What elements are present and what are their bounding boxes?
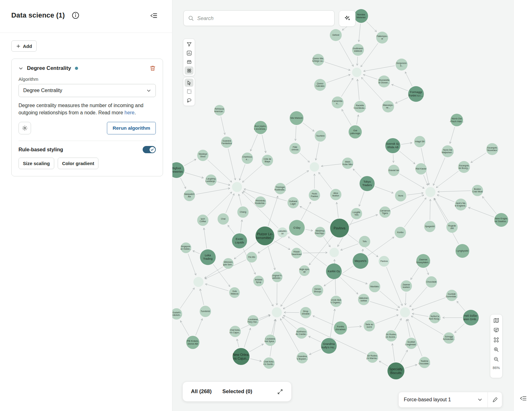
marquee-select-icon[interactable] (185, 87, 193, 96)
graph-node[interactable]: Maxilaku (369, 281, 380, 292)
card-header[interactable]: Degree Centrality (18, 65, 156, 71)
rerun-algorithm-button[interactable]: Rerun algorithm (107, 122, 156, 134)
fit-view-icon[interactable] (492, 336, 500, 344)
graph-node[interactable]: ThüringerRostbratw... (275, 183, 286, 194)
graph-node[interactable]: Ma Maison (290, 111, 303, 125)
category-node[interactable] (329, 248, 339, 257)
graph-node[interactable]: RhönbräuKlosterbie... (255, 196, 266, 208)
graph-node[interactable]: ZaanseSnoepfabri... (416, 254, 430, 268)
graph-node[interactable]: Lakkalikö-öri (277, 227, 287, 237)
graph-node[interactable]: Gravad lax (388, 165, 399, 176)
read-more-link[interactable]: here (124, 110, 134, 115)
graph-node[interactable]: Siropd'érable (300, 307, 311, 318)
category-node[interactable] (232, 182, 242, 192)
graph-node[interactable]: Sir Rodne-y's Scone... (386, 330, 397, 341)
graph-node[interactable]: Jack's Ne-w England... (455, 199, 467, 211)
graph-node[interactable]: Chef Anto-n's Cajun... (229, 326, 241, 337)
graph-node[interactable]: Filo Mix (246, 252, 257, 263)
graph-node[interactable]: Aux joyeu-x ecclésia... (254, 121, 267, 134)
category-node[interactable] (193, 277, 203, 287)
graph-node[interactable]: Röd Kaviar (415, 163, 427, 174)
graph-node[interactable]: Gudbrand-sdalsost (352, 44, 364, 56)
graph-node[interactable]: Côte deBlaye (262, 155, 273, 166)
archive-icon[interactable] (185, 58, 193, 66)
graph-node[interactable]: Nord-OstMatjesheri... (442, 145, 454, 157)
chart-icon[interactable] (185, 49, 193, 57)
graph-node[interactable]: Geitost (330, 29, 342, 41)
graph-node[interactable]: Nord-Ost-Fisch Han... (450, 114, 463, 126)
algorithm-select[interactable]: Degree Centrality (18, 84, 156, 97)
graph-node[interactable]: Heli Süßw-aren Gmb... (463, 310, 479, 325)
graph-node[interactable]: Pavlova (330, 219, 349, 237)
graph-node[interactable]: FormaggiFortini s.r.... (408, 86, 424, 102)
graph-node[interactable]: New Orlea-ns Cajun... (233, 348, 250, 365)
graph-node[interactable]: LouisianaHot Spice... (265, 335, 276, 346)
add-button[interactable]: Add (11, 40, 37, 52)
category-node[interactable] (400, 307, 410, 317)
expand-right-panel-icon[interactable] (520, 395, 527, 402)
graph-node[interactable]: Spegesild (424, 221, 435, 232)
graph-node[interactable]: SchoggiSchokolad... (443, 332, 455, 344)
graph-node[interactable]: TokyoTraders (360, 176, 375, 191)
graph-node[interactable]: PB Knäck-ebröd AB (186, 336, 199, 349)
size-scaling-button[interactable]: Size scaling (18, 158, 54, 169)
filter-icon[interactable] (185, 40, 193, 48)
cursor-icon[interactable] (185, 79, 193, 87)
graph-node[interactable]: SpecialtyBiscuits (387, 362, 404, 379)
graph-node[interactable]: BostonCrab Meat (472, 185, 483, 196)
graph-node[interactable]: Konbu (395, 227, 406, 238)
graph-node[interactable]: Valkoinensuklaa (358, 294, 369, 305)
graph-node[interactable]: SasquatchAle (184, 190, 195, 201)
graph-node[interactable]: Mascarpo-ne... (382, 101, 394, 112)
graph-node[interactable]: Singapore-an Hokkie... (181, 242, 191, 253)
category-node[interactable] (272, 307, 282, 317)
graph-node[interactable]: Tunnbröd (200, 306, 211, 317)
graph-node[interactable]: Inlagd Sill (414, 136, 425, 147)
graph-node[interactable]: IpohCoffee (197, 215, 208, 226)
layout-dropdown[interactable]: Force-based layout 1 (399, 392, 487, 407)
graph-node[interactable]: Chartreus-e... (242, 153, 253, 164)
ai-assistant-button[interactable] (339, 10, 356, 27)
zoom-in-icon[interactable] (492, 346, 500, 353)
graph-node[interactable]: Chang (237, 206, 249, 218)
graph-node[interactable]: SteeleyeStout (197, 150, 208, 161)
graph-node[interactable]: MishiKobe Niku (342, 158, 353, 169)
graph-node[interactable]: Mayumi's (353, 253, 368, 269)
graph-node[interactable]: Chocolade (426, 276, 437, 288)
graph-node[interactable]: Forêtsd'érables (334, 321, 347, 335)
chevron-down-icon[interactable] (18, 66, 23, 71)
tab-selected[interactable]: Selected (0) (222, 388, 252, 395)
graph-node[interactable]: ManjimupDried App... (315, 227, 325, 237)
graph-node[interactable]: LekaTrading (200, 249, 216, 265)
graph-node[interactable]: Camembe-rt... (332, 96, 344, 108)
graph-node[interactable]: Gustaf'sknäckeb... (172, 308, 182, 320)
graph-node[interactable]: RössleSauerkraut (291, 248, 302, 258)
graph-icon[interactable] (185, 66, 193, 75)
graph-node[interactable]: Pâtéchinois (289, 143, 301, 154)
graph-node[interactable]: Pavlova (379, 256, 389, 267)
graph-node[interactable]: QuesoCabrales (314, 79, 326, 91)
collapse-sidebar-icon[interactable] (150, 12, 158, 19)
graph-node[interactable]: TeatimeChocolate... (419, 357, 430, 368)
graph-node[interactable]: PerthPasties (309, 190, 320, 201)
graph-node[interactable]: RefrescosAmerican... (214, 105, 225, 116)
graph-node[interactable]: GuaranáFantástica (221, 137, 232, 148)
graph-canvas[interactable]: NorskeMeierierGeitostFløtemyso-stGudbran… (172, 0, 514, 411)
info-icon[interactable] (71, 11, 80, 19)
graph-node[interactable]: Vegie-spre-ad (299, 265, 310, 276)
graph-node[interactable]: Ikura (395, 190, 406, 201)
graph-node[interactable]: Mozzarelladi Giovan... (378, 75, 390, 87)
graph-node[interactable]: Queso Ma-nchego La... (312, 54, 324, 66)
graph-node[interactable]: Wimmersgute Sem... (223, 258, 234, 269)
category-node[interactable] (425, 187, 435, 197)
graph-node[interactable]: ExoticLiquids (232, 233, 247, 248)
graph-node[interactable]: NorskeMeierier (354, 9, 368, 23)
graph-node[interactable]: Svensk Sj-öföda AB (385, 138, 400, 153)
graph-node[interactable]: Gaipâturage (349, 125, 362, 138)
graph-node[interactable]: AniseedSyrup (253, 276, 264, 286)
graph-node[interactable]: GumbärGummibär... (446, 290, 457, 301)
graph-node[interactable]: BigfootBreweries (172, 162, 184, 178)
graph-node[interactable]: OutbackLager (287, 197, 299, 208)
tab-all[interactable]: All (268) (191, 388, 212, 395)
graph-node[interactable]: Tourtière (315, 130, 326, 142)
